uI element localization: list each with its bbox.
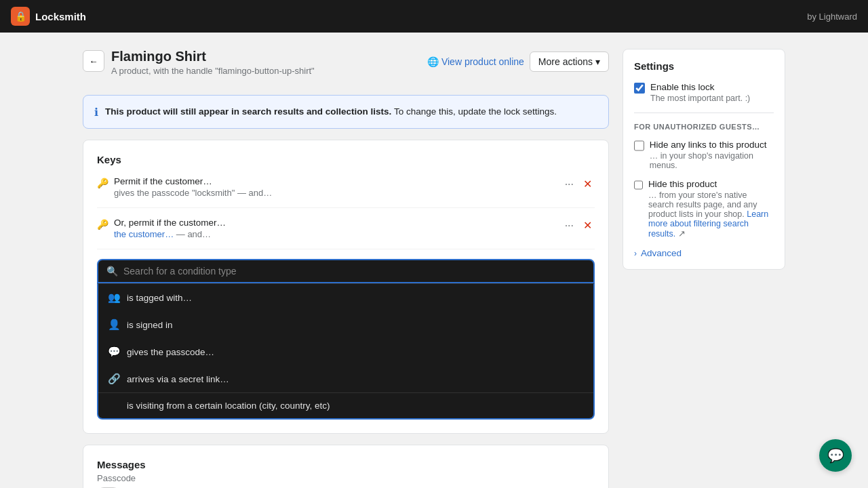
hide-product-row: Hide this product … from your store's na…: [634, 178, 774, 239]
back-button[interactable]: ←: [83, 50, 104, 72]
key1-sub-text: gives the passcode "locksmith": [114, 188, 235, 198]
chat-button[interactable]: 💬: [819, 439, 852, 472]
info-banner: ℹ This product will still appear in sear…: [83, 95, 609, 129]
info-bold: This product will still appear in search…: [105, 106, 391, 117]
page-title: Flamingo Shirt: [111, 49, 315, 64]
page-subtitle: A product, with the handle "flamingo-but…: [111, 66, 315, 76]
key2-main: Or, permit if the customer…: [114, 218, 557, 228]
keys-title: Keys: [97, 154, 595, 165]
dropdown-item-secret-link[interactable]: 🔗 arrives via a secret link…: [98, 365, 593, 392]
view-online-button[interactable]: 🌐 View product online: [427, 56, 524, 67]
key1-menu-button[interactable]: ···: [562, 177, 576, 192]
brand-suffix: by Lightward: [807, 12, 857, 22]
search-input[interactable]: [123, 266, 585, 277]
page-title-area: Flamingo Shirt A product, with the handl…: [111, 49, 315, 76]
brand-label: Locksmith: [35, 11, 86, 22]
key2-menu-button[interactable]: ···: [562, 218, 576, 233]
info-rest: To change this, update the lock settings…: [394, 106, 557, 117]
enable-lock-checkbox[interactable]: [634, 83, 645, 94]
back-icon: ←: [89, 56, 98, 66]
hide-product-label[interactable]: Hide this product: [648, 179, 717, 189]
chat-icon: 💬: [827, 447, 844, 464]
dropdown-item-tagged[interactable]: 👥 is tagged with…: [98, 284, 593, 311]
key2-delete-button[interactable]: ✕: [580, 218, 595, 233]
page-header-area: ← Flamingo Shirt A product, with the han…: [83, 49, 609, 76]
key1-delete-button[interactable]: ✕: [580, 176, 595, 192]
tag-icon: 👥: [108, 291, 120, 304]
brand: 🔒 Locksmith: [11, 7, 86, 26]
dropdown-item-link-label: arrives via a secret link…: [127, 374, 229, 384]
messages-card: Messages Passcode ore default HTML and L…: [83, 445, 609, 488]
chevron-down-icon: ▾: [595, 56, 600, 67]
dropdown-item-location[interactable]: is visiting from a certain location (cit…: [98, 393, 593, 418]
chevron-right-icon: ›: [634, 249, 637, 258]
hide-links-label-area: Hide any links to this product … in your…: [650, 139, 774, 170]
key-row-2: 🔑 Or, permit if the customer… the custom…: [97, 218, 595, 249]
dropdown-item-signed-in[interactable]: 👤 is signed in: [98, 311, 593, 338]
enable-lock-label-area: Enable this lock The most important part…: [650, 81, 750, 103]
link-icon: 🔗: [108, 373, 120, 385]
hide-product-label-area: Hide this product … from your store's na…: [648, 178, 774, 239]
key2-sub-link[interactable]: the customer…: [114, 229, 174, 239]
key1-sub-suffix: — and…: [237, 188, 272, 198]
hide-links-sub: … in your shop's navigation menus.: [650, 151, 774, 170]
passcode-label: Passcode: [97, 473, 595, 483]
messages-title: Messages: [97, 459, 595, 470]
topnav: 🔒 Locksmith by Lightward: [0, 0, 868, 33]
dropdown-item-signed-in-label: is signed in: [127, 320, 173, 330]
external-link-icon: ↗: [678, 229, 686, 239]
brand-icon: 🔒: [11, 7, 30, 26]
settings-card: Settings Enable this lock The most impor…: [623, 49, 785, 270]
key2-actions: ··· ✕: [562, 218, 595, 233]
left-panel: ← Flamingo Shirt A product, with the han…: [83, 49, 609, 488]
key1-sub: gives the passcode "locksmith" — and…: [114, 188, 557, 198]
info-icon: ℹ: [94, 106, 98, 119]
key-icon-2: 🔑: [97, 219, 108, 230]
dropdown-item-location-label: is visiting from a certain location (cit…: [127, 401, 330, 411]
section-divider: [634, 113, 774, 113]
key1-main: Permit if the customer…: [114, 176, 557, 186]
key-icon-1: 🔑: [97, 178, 108, 188]
search-input-container: 🔍: [97, 259, 595, 283]
enable-lock-label[interactable]: Enable this lock: [650, 82, 715, 92]
hide-links-checkbox[interactable]: [634, 140, 644, 151]
key2-sub: the customer… — and…: [114, 229, 557, 239]
key-content-1: Permit if the customer… gives the passco…: [114, 176, 557, 198]
search-icon: 🔍: [106, 266, 118, 277]
globe-icon: 🌐: [427, 56, 439, 67]
key1-actions: ··· ✕: [562, 176, 595, 192]
hide-product-checkbox[interactable]: [634, 180, 643, 190]
for-guests-label: FOR UNAUTHORIZED GUESTS…: [634, 123, 774, 131]
key2-sub-suffix: — and…: [176, 229, 211, 239]
enable-lock-row: Enable this lock The most important part…: [634, 81, 774, 103]
passcode-icon: 💬: [108, 346, 120, 358]
settings-title: Settings: [634, 60, 774, 72]
dropdown-item-tagged-label: is tagged with…: [127, 293, 192, 303]
hide-product-sub: … from your store's native search result…: [648, 190, 774, 239]
dropdown-item-passcode-label: gives the passcode…: [127, 347, 214, 357]
search-dropdown-wrapper: 🔍 👥 is tagged with… 👤 is signed in 💬 giv: [97, 259, 595, 420]
dropdown-list: 👥 is tagged with… 👤 is signed in 💬 gives…: [97, 283, 595, 420]
keys-card: Keys 🔑 Permit if the customer… gives the…: [83, 140, 609, 434]
right-panel: Settings Enable this lock The most impor…: [623, 49, 785, 488]
main-layout: ← Flamingo Shirt A product, with the han…: [61, 33, 807, 488]
hide-links-row: Hide any links to this product … in your…: [634, 139, 774, 170]
more-actions-button[interactable]: More actions ▾: [530, 52, 609, 72]
info-banner-text: This product will still appear in search…: [105, 105, 557, 119]
advanced-row[interactable]: › Advanced: [634, 248, 774, 258]
key-content-2: Or, permit if the customer… the customer…: [114, 218, 557, 239]
user-icon: 👤: [108, 319, 120, 331]
header-left: ← Flamingo Shirt A product, with the han…: [83, 49, 315, 76]
advanced-label: Advanced: [641, 248, 682, 258]
hide-links-label[interactable]: Hide any links to this product: [650, 140, 767, 150]
header-right: 🌐 View product online More actions ▾: [427, 49, 609, 72]
dropdown-item-passcode[interactable]: 💬 gives the passcode…: [98, 338, 593, 365]
key-row-1: 🔑 Permit if the customer… gives the pass…: [97, 176, 595, 208]
enable-lock-sub: The most important part. :): [650, 94, 750, 103]
